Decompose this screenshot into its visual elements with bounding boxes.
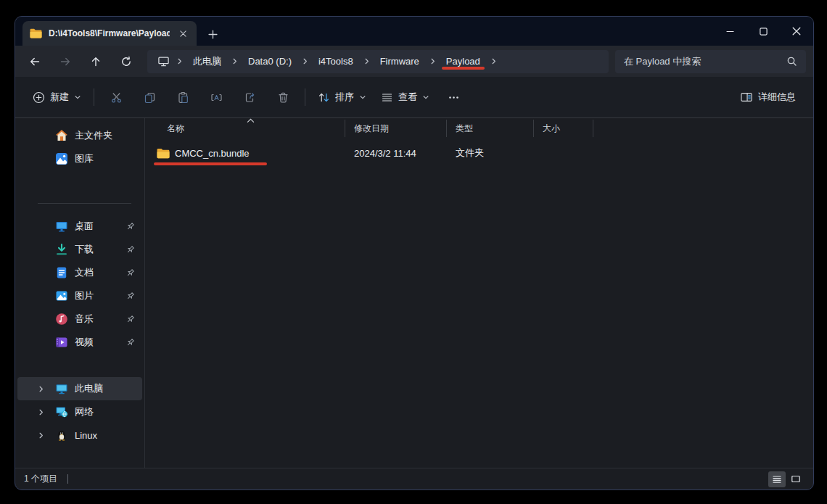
up-button[interactable] [81,49,111,75]
annotation-underline-payload [442,67,485,70]
sidebar-item-home[interactable]: 主文件夹 [17,124,142,147]
copy-button[interactable] [133,83,166,111]
sidebar-item-this-pc[interactable]: 此电脑 [17,377,142,400]
sort-button[interactable]: 排序 [310,84,374,110]
explorer-tab[interactable]: D:\i4Tools8\Firmware\Payload [22,21,197,46]
close-button[interactable] [780,17,813,46]
breadcrumb-payload-label: Payload [446,56,480,67]
sidebar-item-pictures[interactable]: 图片 [17,284,142,307]
thumbnail-view-button[interactable] [787,471,805,487]
breadcrumb-item-firmware[interactable]: Firmware [374,53,426,70]
new-tab-button[interactable] [208,30,218,39]
gallery-icon [55,152,68,165]
share-button[interactable] [233,83,266,111]
breadcrumb-item-i4tools8[interactable]: i4Tools8 [312,53,360,70]
music-icon [55,313,68,326]
sidebar-item-label: 此电脑 [75,382,103,395]
delete-button[interactable] [266,83,300,111]
new-button[interactable]: 新建 [25,84,89,110]
home-icon [55,129,68,142]
videos-icon [55,336,68,349]
sidebar-item-music[interactable]: 音乐 [17,307,142,331]
location-monitor-icon[interactable] [153,55,173,67]
pin-icon [126,268,136,278]
search-icon[interactable] [786,56,797,67]
search-box [615,50,806,73]
navigation-sidebar: 主文件夹 图库 桌面 [15,118,145,468]
sidebar-item-label: 图库 [75,152,94,165]
file-type: 文件夹 [447,146,534,160]
rename-button[interactable] [199,83,233,111]
pin-icon [126,338,136,347]
refresh-button[interactable] [111,49,141,75]
chevron-right-icon [229,57,241,65]
documents-icon [55,266,68,279]
tab-close-button[interactable] [176,27,189,40]
address-bar: 此电脑 Data0 (D:) i4Tools8 Firmware Payload [15,46,813,77]
file-explorer-window: D:\i4Tools8\Firmware\Payload [15,16,814,490]
sidebar-item-label: 文档 [75,266,94,279]
pin-icon [126,222,136,231]
breadcrumb-item-drive[interactable]: Data0 (D:) [242,53,298,70]
sidebar-item-label: 下载 [75,243,94,256]
chevron-expand-icon[interactable] [28,408,45,416]
sidebar-item-label: Linux [75,430,97,441]
sidebar-tree: 此电脑 网络 [15,377,144,447]
sidebar-item-label: 主文件夹 [75,129,112,142]
back-button[interactable] [20,49,50,75]
chevron-right-icon [427,57,439,65]
view-button[interactable]: 查看 [374,84,437,110]
column-header-type[interactable]: 类型 [447,120,534,137]
chevron-expand-icon[interactable] [28,385,45,393]
forward-button[interactable] [50,49,81,75]
file-name: CMCC_cn.bundle [175,148,250,159]
file-modified-date: 2024/3/2 11:44 [345,148,447,159]
search-input[interactable] [624,56,781,67]
network-icon [55,405,68,418]
more-options-button[interactable] [437,83,470,111]
sidebar-item-documents[interactable]: 文档 [17,261,142,284]
share-icon [244,91,256,104]
chevron-down-icon [359,94,366,101]
view-toggles [768,471,805,487]
file-row[interactable]: CMCC_cn.bundle 2024/3/2 11:44 文件夹 [145,144,813,162]
breadcrumb: 此电脑 Data0 (D:) i4Tools8 Firmware Payload [147,50,609,73]
chevron-right-icon [487,57,500,65]
sidebar-item-label: 视频 [75,336,94,349]
details-pane-button[interactable]: 详细信息 [733,84,803,110]
sidebar-divider [38,203,131,204]
folder-icon [30,28,42,38]
maximize-button[interactable] [746,17,780,46]
file-list-header: 名称 修改日期 类型 大小 [145,118,813,139]
sidebar-item-gallery[interactable]: 图库 [17,147,142,170]
sidebar-item-linux[interactable]: Linux [17,424,142,447]
chevron-expand-icon[interactable] [28,431,45,439]
item-count: 1 个项目 [24,473,57,485]
status-bar: 1 个项目 [15,468,813,489]
sidebar-item-label: 音乐 [75,313,94,326]
new-button-label: 新建 [50,91,69,104]
details-view-button[interactable] [768,471,786,487]
sidebar-item-network[interactable]: 网络 [17,400,142,424]
breadcrumb-item-this-pc[interactable]: 此电脑 [186,52,228,71]
annotation-underline-file [154,162,267,165]
minimize-button[interactable] [713,17,746,46]
chevron-down-icon [422,94,429,101]
column-header-size[interactable]: 大小 [534,120,593,137]
details-pane-icon [740,91,753,104]
column-header-modified[interactable]: 修改日期 [345,120,447,137]
chevron-right-icon [173,57,186,65]
sidebar-item-downloads[interactable]: 下载 [17,238,142,261]
sidebar-item-desktop[interactable]: 桌面 [17,215,142,238]
pin-icon [126,315,136,324]
breadcrumb-item-payload[interactable]: Payload [440,53,487,70]
column-header-name[interactable]: 名称 [145,120,345,137]
pin-icon [126,292,136,301]
copy-icon [144,91,156,104]
paste-button[interactable] [166,83,199,111]
cut-button[interactable] [99,83,133,111]
scissors-icon [110,91,123,104]
sidebar-item-label: 图片 [75,289,94,302]
toolbar-divider [94,88,94,106]
sidebar-item-videos[interactable]: 视频 [17,331,142,354]
